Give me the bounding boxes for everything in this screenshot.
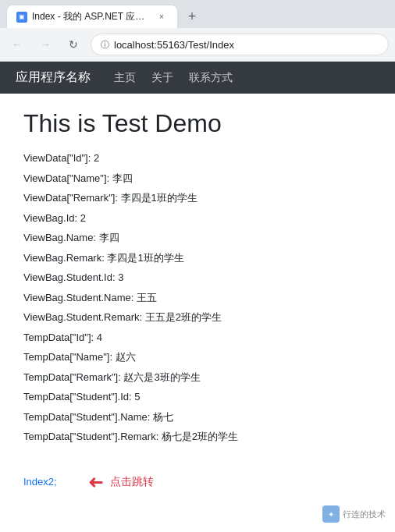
page-content: This is Test Demo ViewData["Id"]: 2ViewD…	[0, 94, 395, 465]
data-line: ViewBag.Name: 李四	[23, 230, 372, 246]
refresh-button[interactable]: ↻	[62, 34, 84, 55]
tab-close-button[interactable]: ×	[155, 11, 168, 23]
browser-chrome: ▣ Index - 我的 ASP.NET 应用程序 × + ← → ↻ ⓘ lo…	[0, 0, 395, 62]
lock-icon: ⓘ	[101, 39, 109, 51]
tab-title: Index - 我的 ASP.NET 应用程序	[32, 10, 151, 23]
nav-link-contact[interactable]: 联系方式	[189, 71, 233, 85]
bottom-section: Index2; ➜ 点击跳转	[0, 465, 395, 499]
watermark-icon: ✦	[322, 505, 340, 523]
tab-favicon: ▣	[16, 12, 27, 23]
watermark: ✦ 行连的技术	[322, 505, 386, 523]
data-line: TempData["Remark"]: 赵六是3班的学生	[23, 370, 372, 385]
data-line: ViewBag.Student.Remark: 王五是2班的学生	[23, 310, 372, 325]
app-brand[interactable]: 应用程序名称	[16, 69, 91, 86]
data-line: TempData["Id"]: 4	[23, 330, 372, 346]
address-bar-row: ← → ↻ ⓘ localhost:55163/Test/Index	[0, 28, 395, 61]
red-arrow-icon: ➜	[88, 471, 104, 493]
address-box[interactable]: ⓘ localhost:55163/Test/Index	[91, 34, 389, 55]
data-line: TempData["Student"].Remark: 杨七是2班的学生	[23, 429, 372, 445]
tab-bar: ▣ Index - 我的 ASP.NET 应用程序 × +	[0, 0, 395, 28]
arrow-annotation: ➜ 点击跳转	[88, 471, 154, 493]
annotation-text: 点击跳转	[110, 475, 154, 489]
new-tab-button[interactable]: +	[181, 5, 203, 27]
watermark-text: 行连的技术	[343, 509, 386, 520]
data-line: ViewBag.Student.Id: 3	[23, 270, 372, 286]
nav-link-about[interactable]: 关于	[151, 71, 173, 85]
data-line: TempData["Student"].Name: 杨七	[23, 410, 372, 425]
data-line: ViewBag.Remark: 李四是1班的学生	[23, 250, 372, 266]
data-line: ViewBag.Student.Name: 王五	[23, 290, 372, 306]
data-line: TempData["Name"]: 赵六	[23, 349, 372, 365]
data-line: ViewData["Remark"]: 李四是1班的学生	[23, 190, 372, 206]
nav-links: 主页 关于 联系方式	[114, 71, 233, 85]
back-button[interactable]: ←	[6, 34, 28, 55]
data-line: ViewData["Id"]: 2	[23, 151, 372, 166]
data-line: ViewData["Name"]: 李四	[23, 171, 372, 186]
data-line: TempData["Student"].Id: 5	[23, 389, 372, 405]
address-text: localhost:55163/Test/Index	[114, 39, 234, 51]
index2-link[interactable]: Index2;	[23, 476, 57, 488]
forward-button[interactable]: →	[34, 34, 56, 55]
data-line: ViewBag.Id: 2	[23, 211, 372, 226]
app-navbar: 应用程序名称 主页 关于 联系方式	[0, 62, 395, 94]
page-title: This is Test Demo	[23, 109, 372, 138]
data-lines-container: ViewData["Id"]: 2ViewData["Name"]: 李四Vie…	[23, 151, 372, 445]
nav-link-home[interactable]: 主页	[114, 71, 136, 85]
browser-tab[interactable]: ▣ Index - 我的 ASP.NET 应用程序 ×	[6, 5, 178, 28]
